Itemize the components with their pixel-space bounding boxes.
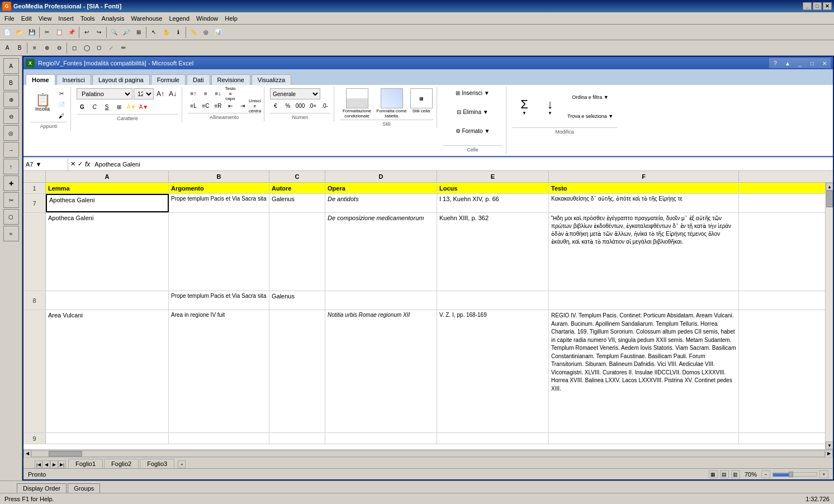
- cell-8e[interactable]: [437, 291, 549, 310]
- align-top-center-button[interactable]: ≡: [200, 88, 211, 98]
- fill-button[interactable]: ↓ ▼: [538, 92, 562, 121]
- insert-cells-button[interactable]: ⊞ Inserisci ▼: [453, 88, 493, 106]
- sheet-nav-next[interactable]: ▶: [50, 460, 58, 468]
- menu-window[interactable]: Window: [193, 14, 221, 23]
- zoom-slider[interactable]: [773, 472, 817, 477]
- cell-7f[interactable]: Κακακαυθείσης δ᾽ αὐτῆς, ὁπότε καὶ τὸ τῆς…: [549, 194, 739, 212]
- zoom-out-button[interactable]: −: [761, 470, 770, 478]
- indent-dec-button[interactable]: ⇤: [225, 101, 236, 111]
- left-btn-9[interactable]: ✂: [3, 192, 19, 208]
- toolbar-undo[interactable]: ↩: [80, 26, 93, 39]
- align-right-button[interactable]: ≡R: [212, 101, 224, 111]
- scroll-thumb[interactable]: [826, 191, 833, 207]
- dec-dec-button[interactable]: .0-: [319, 101, 330, 111]
- excel-minimize-ribbon-button[interactable]: ▲: [781, 58, 794, 68]
- cell-area-a[interactable]: Area Vulcani: [46, 310, 169, 432]
- formula-enter-icon[interactable]: ✓: [78, 160, 83, 168]
- format-table-btn[interactable]: [381, 88, 403, 108]
- toolbar2-btn2[interactable]: B: [13, 42, 26, 54]
- sheet-nav-prev[interactable]: ◀: [42, 460, 50, 468]
- cell-area-b[interactable]: Area in regione IV fuit: [169, 310, 269, 432]
- format-painter-button[interactable]: 🖌: [56, 111, 67, 121]
- col-header-b[interactable]: B: [169, 171, 269, 182]
- cell-9b[interactable]: [169, 433, 269, 444]
- left-btn-7[interactable]: ↑: [3, 159, 19, 174]
- toolbar-select[interactable]: ↖: [148, 26, 160, 39]
- add-sheet-button[interactable]: +: [178, 460, 186, 468]
- scroll-up-button[interactable]: ▲: [826, 183, 833, 191]
- cell-7c[interactable]: Galenus: [269, 194, 325, 212]
- align-center-button[interactable]: ≡C: [200, 101, 211, 111]
- toolbar2-btn8[interactable]: ⬡: [93, 42, 105, 54]
- left-btn-5[interactable]: ◎: [3, 125, 19, 141]
- cell-9f[interactable]: [549, 433, 739, 444]
- sheet-nav-last[interactable]: ▶|: [58, 460, 66, 468]
- align-left-button[interactable]: ≡L: [188, 101, 199, 111]
- italic-button[interactable]: C: [89, 102, 100, 112]
- excel-minimize-button[interactable]: _: [794, 58, 806, 68]
- cell-9d[interactable]: [325, 433, 437, 444]
- font-color-button[interactable]: A▼: [138, 102, 149, 112]
- cell-9a[interactable]: [46, 433, 169, 444]
- cell-blank1c[interactable]: [269, 213, 325, 291]
- formula-fx-icon[interactable]: fx: [85, 160, 90, 168]
- sheet-nav-first[interactable]: |◀: [35, 460, 42, 468]
- menu-insert[interactable]: Insert: [55, 14, 77, 23]
- menu-edit[interactable]: Edit: [18, 14, 35, 23]
- cell-area-c[interactable]: [269, 310, 325, 432]
- wrap-text-button[interactable]: Testo a capo: [225, 88, 236, 98]
- font-name-select[interactable]: Palatino: [77, 88, 132, 99]
- toolbar-buffer[interactable]: ◎: [200, 26, 212, 39]
- cell-area-f[interactable]: REGIO IV. Templum Pacis. Continet: Porti…: [549, 310, 739, 432]
- font-grow-button[interactable]: A↑: [155, 89, 166, 99]
- toolbar-new[interactable]: 📄: [1, 26, 13, 39]
- cell-1a[interactable]: Lemma: [46, 183, 169, 193]
- menu-view[interactable]: View: [35, 14, 55, 23]
- scroll-down-button[interactable]: ▼: [826, 441, 833, 449]
- cell-7a[interactable]: Apotheca Galeni: [46, 194, 169, 212]
- thousands-button[interactable]: 000: [295, 101, 306, 111]
- menu-help[interactable]: Help: [221, 14, 241, 23]
- tab-home[interactable]: Home: [26, 74, 55, 85]
- excel-restore-button[interactable]: □: [806, 58, 818, 68]
- scroll-right-button[interactable]: ▶: [825, 450, 833, 458]
- cell-blank1d[interactable]: De composizione medicamentorum: [325, 213, 437, 291]
- cell-1d[interactable]: Opera: [325, 183, 437, 193]
- cell-7b[interactable]: Prope templum Pacis et Via Sacra sita: [169, 194, 269, 212]
- h-scroll-thumb[interactable]: [49, 451, 82, 457]
- cell-8f[interactable]: [549, 291, 739, 310]
- cell-8d[interactable]: [325, 291, 437, 310]
- cell-1f[interactable]: Testo: [549, 183, 739, 193]
- formula-cancel-icon[interactable]: ✕: [70, 160, 75, 168]
- vertical-scrollbar[interactable]: ▲ ▼: [825, 183, 833, 449]
- toolbar-full-extent[interactable]: ⊞: [132, 26, 145, 39]
- col-header-f[interactable]: F: [549, 171, 739, 182]
- tab-dati[interactable]: Dati: [187, 74, 210, 85]
- cell-blank1f[interactable]: Ἤδη μοι καὶ πρόσθεν ἐγέγραπτο πραγματεία…: [549, 213, 739, 291]
- font-shrink-button[interactable]: A↓: [167, 89, 178, 99]
- toolbar2-btn3[interactable]: ≡: [29, 42, 41, 54]
- menu-tools[interactable]: Tools: [77, 14, 98, 23]
- geomedia-maximize-button[interactable]: □: [813, 2, 822, 10]
- cell-1e[interactable]: Locus: [437, 183, 549, 193]
- delete-cells-button[interactable]: ⊟ Elimina ▼: [453, 107, 493, 125]
- toolbar-zoom-out[interactable]: 🔎: [120, 26, 132, 39]
- conditional-format-btn[interactable]: [346, 88, 368, 108]
- left-btn-11[interactable]: ≈: [3, 226, 19, 241]
- col-header-a[interactable]: A: [46, 171, 169, 182]
- left-btn-6[interactable]: →: [3, 142, 19, 158]
- toolbar-cut[interactable]: ✂: [41, 26, 53, 39]
- h-scroll-track[interactable]: [31, 450, 825, 457]
- find-select-button[interactable]: Trova e seleziona ▼: [563, 107, 617, 125]
- view-normal-button[interactable]: ▦: [709, 470, 718, 478]
- toolbar2-btn4[interactable]: ⊕: [41, 42, 53, 54]
- tab-visualizza[interactable]: Visualizza: [252, 74, 291, 85]
- left-btn-1[interactable]: A: [3, 58, 19, 74]
- formula-input[interactable]: [92, 158, 833, 170]
- cell-8b[interactable]: Prope templum Pacis et Via Sacra sita: [169, 291, 269, 310]
- cell-7e[interactable]: I 13, Kuehn XIV, p. 66: [437, 194, 549, 212]
- toolbar-zoom-in[interactable]: 🔍: [108, 26, 120, 39]
- toolbar-identify[interactable]: ℹ: [172, 26, 184, 39]
- fill-color-button[interactable]: A▼: [126, 102, 137, 112]
- toolbar-measure[interactable]: 📏: [187, 26, 200, 39]
